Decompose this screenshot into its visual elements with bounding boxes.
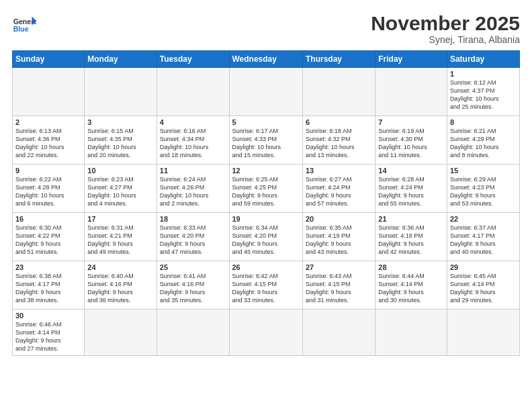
calendar-cell: 21Sunrise: 6:36 AM Sunset: 4:18 PM Dayli…: [375, 213, 447, 261]
day-info: Sunrise: 6:44 AM Sunset: 4:14 PM Dayligh…: [378, 272, 444, 305]
calendar-cell: 7Sunrise: 6:19 AM Sunset: 4:30 PM Daylig…: [375, 116, 447, 165]
calendar-cell: 1Sunrise: 6:12 AM Sunset: 4:37 PM Daylig…: [447, 68, 519, 116]
day-info: Sunrise: 6:41 AM Sunset: 4:16 PM Dayligh…: [160, 272, 226, 305]
day-number: 7: [378, 118, 444, 126]
day-number: 2: [15, 118, 81, 126]
day-info: Sunrise: 6:46 AM Sunset: 4:14 PM Dayligh…: [15, 320, 81, 353]
calendar-cell: 27Sunrise: 6:43 AM Sunset: 4:15 PM Dayli…: [302, 261, 375, 310]
calendar-cell: [375, 68, 447, 116]
day-number: 15: [450, 167, 517, 175]
day-info: Sunrise: 6:15 AM Sunset: 4:35 PM Dayligh…: [87, 127, 153, 160]
day-info: Sunrise: 6:34 AM Sunset: 4:20 PM Dayligh…: [232, 224, 300, 257]
day-number: 18: [160, 215, 226, 223]
day-number: 22: [450, 215, 517, 223]
day-info: Sunrise: 6:13 AM Sunset: 4:36 PM Dayligh…: [15, 127, 81, 160]
logo: General Blue: [12, 12, 36, 36]
calendar-cell: 19Sunrise: 6:34 AM Sunset: 4:20 PM Dayli…: [229, 213, 302, 261]
day-info: Sunrise: 6:23 AM Sunset: 4:27 PM Dayligh…: [87, 175, 153, 208]
calendar-week-row: 23Sunrise: 6:38 AM Sunset: 4:17 PM Dayli…: [13, 261, 520, 310]
calendar-week-row: 30Sunrise: 6:46 AM Sunset: 4:14 PM Dayli…: [13, 310, 520, 356]
calendar-cell: 23Sunrise: 6:38 AM Sunset: 4:17 PM Dayli…: [13, 261, 85, 310]
location: Synej, Tirana, Albania: [371, 34, 520, 45]
calendar-cell: 5Sunrise: 6:17 AM Sunset: 4:33 PM Daylig…: [229, 116, 302, 165]
day-info: Sunrise: 6:42 AM Sunset: 4:15 PM Dayligh…: [232, 272, 300, 305]
calendar-cell: 12Sunrise: 6:25 AM Sunset: 4:25 PM Dayli…: [229, 165, 302, 213]
day-info: Sunrise: 6:28 AM Sunset: 4:24 PM Dayligh…: [378, 175, 444, 208]
weekday-header: Sunday: [13, 51, 85, 68]
calendar-cell: 29Sunrise: 6:45 AM Sunset: 4:14 PM Dayli…: [447, 261, 519, 310]
day-info: Sunrise: 6:33 AM Sunset: 4:20 PM Dayligh…: [160, 224, 226, 257]
calendar-cell: 24Sunrise: 6:40 AM Sunset: 4:16 PM Dayli…: [85, 261, 157, 310]
day-number: 16: [15, 215, 81, 223]
calendar-cell: 2Sunrise: 6:13 AM Sunset: 4:36 PM Daylig…: [13, 116, 85, 165]
calendar-cell: 28Sunrise: 6:44 AM Sunset: 4:14 PM Dayli…: [375, 261, 447, 310]
calendar-cell: 6Sunrise: 6:18 AM Sunset: 4:32 PM Daylig…: [302, 116, 375, 165]
calendar-week-row: 9Sunrise: 6:22 AM Sunset: 4:28 PM Daylig…: [13, 165, 520, 213]
page: General Blue November 2025 Synej, Tirana…: [0, 0, 532, 411]
day-info: Sunrise: 6:40 AM Sunset: 4:16 PM Dayligh…: [87, 272, 153, 305]
day-number: 20: [306, 215, 372, 223]
calendar-cell: 26Sunrise: 6:42 AM Sunset: 4:15 PM Dayli…: [229, 261, 302, 310]
day-number: 10: [87, 167, 153, 175]
calendar-week-row: 16Sunrise: 6:30 AM Sunset: 4:22 PM Dayli…: [13, 213, 520, 261]
day-info: Sunrise: 6:30 AM Sunset: 4:22 PM Dayligh…: [15, 224, 81, 257]
day-number: 30: [15, 312, 81, 320]
calendar-cell: 16Sunrise: 6:30 AM Sunset: 4:22 PM Dayli…: [13, 213, 85, 261]
day-info: Sunrise: 6:29 AM Sunset: 4:23 PM Dayligh…: [450, 175, 517, 208]
calendar-week-row: 1Sunrise: 6:12 AM Sunset: 4:37 PM Daylig…: [13, 68, 520, 116]
day-info: Sunrise: 6:17 AM Sunset: 4:33 PM Dayligh…: [232, 127, 300, 160]
calendar: SundayMondayTuesdayWednesdayThursdayFrid…: [12, 50, 520, 356]
day-number: 6: [306, 118, 372, 126]
weekday-header: Monday: [85, 51, 157, 68]
day-info: Sunrise: 6:43 AM Sunset: 4:15 PM Dayligh…: [306, 272, 372, 305]
day-info: Sunrise: 6:35 AM Sunset: 4:19 PM Dayligh…: [306, 224, 372, 257]
day-info: Sunrise: 6:16 AM Sunset: 4:34 PM Dayligh…: [160, 127, 226, 160]
day-number: 26: [232, 263, 300, 271]
svg-text:Blue: Blue: [13, 25, 29, 33]
calendar-cell: 25Sunrise: 6:41 AM Sunset: 4:16 PM Dayli…: [157, 261, 229, 310]
calendar-cell: 9Sunrise: 6:22 AM Sunset: 4:28 PM Daylig…: [13, 165, 85, 213]
calendar-cell: 22Sunrise: 6:37 AM Sunset: 4:17 PM Dayli…: [447, 213, 519, 261]
day-number: 13: [306, 167, 372, 175]
calendar-cell: 15Sunrise: 6:29 AM Sunset: 4:23 PM Dayli…: [447, 165, 519, 213]
calendar-cell: 14Sunrise: 6:28 AM Sunset: 4:24 PM Dayli…: [375, 165, 447, 213]
calendar-cell: 20Sunrise: 6:35 AM Sunset: 4:19 PM Dayli…: [302, 213, 375, 261]
calendar-cell: [229, 68, 302, 116]
day-number: 29: [450, 263, 517, 271]
day-number: 3: [87, 118, 153, 126]
day-info: Sunrise: 6:18 AM Sunset: 4:32 PM Dayligh…: [306, 127, 372, 160]
day-info: Sunrise: 6:19 AM Sunset: 4:30 PM Dayligh…: [378, 127, 444, 160]
calendar-cell: [85, 310, 157, 356]
month-title: November 2025: [371, 12, 520, 34]
weekday-header-row: SundayMondayTuesdayWednesdayThursdayFrid…: [13, 51, 520, 68]
calendar-cell: [375, 310, 447, 356]
weekday-header: Thursday: [302, 51, 375, 68]
day-info: Sunrise: 6:21 AM Sunset: 4:29 PM Dayligh…: [450, 127, 517, 160]
calendar-cell: [85, 68, 157, 116]
day-info: Sunrise: 6:12 AM Sunset: 4:37 PM Dayligh…: [450, 79, 517, 111]
day-number: 9: [15, 167, 81, 175]
calendar-week-row: 2Sunrise: 6:13 AM Sunset: 4:36 PM Daylig…: [13, 116, 520, 165]
calendar-cell: 11Sunrise: 6:24 AM Sunset: 4:26 PM Dayli…: [157, 165, 229, 213]
calendar-cell: 10Sunrise: 6:23 AM Sunset: 4:27 PM Dayli…: [85, 165, 157, 213]
header: General Blue November 2025 Synej, Tirana…: [12, 12, 520, 45]
calendar-cell: [447, 310, 519, 356]
calendar-cell: 30Sunrise: 6:46 AM Sunset: 4:14 PM Dayli…: [13, 310, 85, 356]
day-number: 24: [87, 263, 153, 271]
calendar-cell: [302, 68, 375, 116]
day-number: 27: [306, 263, 372, 271]
day-info: Sunrise: 6:27 AM Sunset: 4:24 PM Dayligh…: [306, 175, 372, 208]
day-info: Sunrise: 6:36 AM Sunset: 4:18 PM Dayligh…: [378, 224, 444, 257]
day-info: Sunrise: 6:31 AM Sunset: 4:21 PM Dayligh…: [87, 224, 153, 257]
day-info: Sunrise: 6:24 AM Sunset: 4:26 PM Dayligh…: [160, 175, 226, 208]
day-number: 4: [160, 118, 226, 126]
calendar-cell: [157, 310, 229, 356]
day-info: Sunrise: 6:37 AM Sunset: 4:17 PM Dayligh…: [450, 224, 517, 257]
day-number: 28: [378, 263, 444, 271]
calendar-cell: 13Sunrise: 6:27 AM Sunset: 4:24 PM Dayli…: [302, 165, 375, 213]
calendar-cell: 17Sunrise: 6:31 AM Sunset: 4:21 PM Dayli…: [85, 213, 157, 261]
calendar-cell: 18Sunrise: 6:33 AM Sunset: 4:20 PM Dayli…: [157, 213, 229, 261]
calendar-cell: 4Sunrise: 6:16 AM Sunset: 4:34 PM Daylig…: [157, 116, 229, 165]
calendar-cell: [302, 310, 375, 356]
day-number: 11: [160, 167, 226, 175]
